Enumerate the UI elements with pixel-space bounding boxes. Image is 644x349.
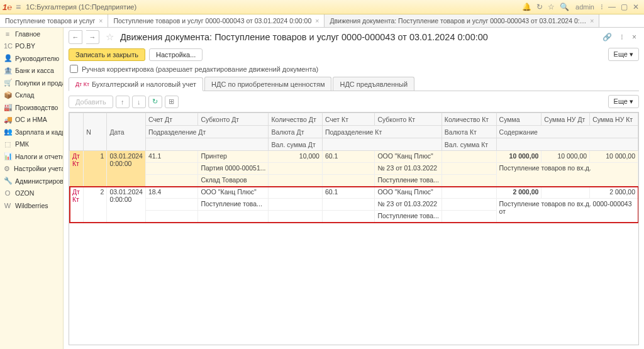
tab-close-icon[interactable]: × [590,17,594,25]
minimize-icon[interactable]: — [608,3,616,11]
history-icon[interactable]: ↻ [536,3,543,11]
sidebar-icon: 🛒 [4,79,11,87]
sidebar-label: Настройки учета [14,165,64,172]
refresh-button[interactable]: ↻ [148,96,162,108]
col-date[interactable]: Дата [107,113,146,151]
sidebar-item[interactable]: 👤Руководителю [0,52,63,65]
manual-edit-checkbox[interactable] [70,65,78,73]
dtkt-icon: Дт Кт [75,81,89,87]
nav-back-button[interactable]: ← [69,30,82,44]
table-row[interactable]: ДтКт 2 03.01.2024 0:00:00 18.4ООО "Канц … [70,187,638,223]
sidebar-label: Покупки и продажи [15,79,64,87]
col-acct-kt[interactable]: Счет Кт [322,113,374,126]
sidebar-icon: 👥 [4,128,11,136]
save-close-button[interactable]: Записать и закрыть [69,48,145,61]
move-up-button[interactable]: ↑ [116,96,130,108]
sidebar-label: Производство [15,104,58,111]
sidebar-item[interactable]: 🛒Покупки и продажи [0,77,63,89]
sidebar-label: Wildberries [15,202,48,209]
sidebar-icon: 1С [4,42,11,50]
sidebar-label: Руководителю [15,55,59,62]
window-tab[interactable]: Поступление товаров и услуг 0000-000043 … [108,14,325,27]
sidebar-item[interactable]: 🏭Производство [0,101,63,114]
grid[interactable]: N Дата Счет Дт Субконто Дт Количество Дт… [69,112,639,345]
sidebar: ≡Главное1СPO.BY👤Руководителю🏦Банк и касс… [0,28,64,349]
sidebar-icon: ≡ [4,30,11,38]
dropdown-icon[interactable]: ⁝ [601,3,603,11]
sidebar-item[interactable]: ⚙Настройки учета [0,163,63,175]
search-icon[interactable]: 🔍 [560,3,569,11]
options-icon[interactable]: ⁝ [621,33,623,42]
page-title: Движения документа: Поступление товаров … [120,32,488,42]
col-qty-kt[interactable]: Количество Кт [441,113,496,126]
star-icon[interactable]: ☆ [548,3,555,11]
tab-close-icon[interactable]: × [99,17,103,25]
more-button[interactable]: Еще ▾ [608,48,639,61]
sidebar-item[interactable]: 📦Склад [0,89,63,102]
grid-more-button[interactable]: Еще ▾ [608,95,639,108]
table-row[interactable]: ДтКт 1 03.01.2024 0:00:00 41.1Принтер10,… [70,151,638,187]
col-sub-dt[interactable]: Субконто Дт [198,113,269,126]
sidebar-item[interactable]: 🏦Банк и касса [0,65,63,77]
user-label[interactable]: admin [575,3,594,11]
sidebar-label: Администрирование [15,177,64,185]
favorite-icon[interactable]: ☆ [106,31,114,43]
sidebar-item[interactable]: ⬚РМК [0,138,63,151]
sidebar-icon: 👤 [4,54,11,62]
window-tab[interactable]: Поступление товаров и услуг× [0,14,108,27]
col-n[interactable]: N [84,113,107,151]
sidebar-item[interactable]: 📊Налоги и отчетность [0,150,63,163]
sidebar-icon: ⚙ [4,165,10,173]
col-sum[interactable]: Сумма [496,113,541,126]
window-tabs: Поступление товаров и услуг× Поступление… [0,14,644,28]
sidebar-item[interactable]: ≡Главное [0,28,63,40]
sidebar-item[interactable]: 👥Зарплата и кадры [0,126,63,138]
sidebar-icon: 🏭 [4,103,11,111]
link-icon[interactable]: 🔗 [602,33,612,42]
sub-tab[interactable]: Дт КтБухгалтерский и налоговый учет [69,77,203,91]
maximize-icon[interactable]: ▢ [621,3,628,11]
sidebar-icon: 📊 [4,152,11,160]
move-down-button[interactable]: ↓ [132,96,146,108]
sidebar-item[interactable]: OOZON [0,187,63,200]
sidebar-icon: 🏦 [4,67,11,75]
sidebar-icon: 🚚 [4,116,11,124]
sidebar-label: Зарплата и кадры [15,128,64,136]
sidebar-item[interactable]: 🚚ОС и НМА [0,114,63,126]
sidebar-icon: 📦 [4,91,11,99]
col-sum-nu-dt[interactable]: Сумма НУ Дт [541,113,590,126]
col-acct-dt[interactable]: Счет Дт [145,113,197,126]
manual-edit-label: Ручная корректировка (разрешает редактир… [82,65,318,73]
bell-icon[interactable]: 🔔 [522,3,531,11]
sidebar-label: ОС и НМА [15,116,47,123]
sub-tab[interactable]: НДС предъявленный [333,77,414,91]
settings-button[interactable]: Настройка... [149,48,203,61]
config-button[interactable]: ⊞ [165,96,179,108]
app-title: 1С:Бухгалтерия (1С:Предприятие) [26,3,136,11]
add-button[interactable]: Добавить [69,96,113,108]
sidebar-label: OZON [15,189,34,197]
sidebar-label: Банк и касса [15,67,54,74]
menu-icon[interactable]: ≡ [16,2,21,12]
nav-forward-button[interactable]: → [86,30,99,44]
sidebar-label: РМК [15,140,29,148]
sidebar-icon: 🔧 [4,177,11,185]
sub-tabs: Дт КтБухгалтерский и налоговый учетНДС п… [69,77,639,91]
sub-tab[interactable]: НДС по приобретенным ценностям [204,77,331,91]
sidebar-item[interactable]: 🔧Администрирование [0,175,63,187]
sidebar-item[interactable]: WWildberries [0,199,63,212]
sidebar-label: Налоги и отчетность [15,153,64,160]
close-page-icon[interactable]: × [632,33,636,42]
title-bar: 1℮ ≡ 1С:Бухгалтерия (1С:Предприятие) 🔔 ↻… [0,0,644,14]
app-logo: 1℮ [3,3,12,12]
sidebar-label: Склад [15,91,34,99]
col-sum-nu-kt[interactable]: Сумма НУ Кт [590,113,638,126]
sidebar-item[interactable]: 1СPO.BY [0,40,63,53]
close-icon[interactable]: ✕ [633,3,639,11]
tab-close-icon[interactable]: × [315,17,319,25]
col-qty-dt[interactable]: Количество Дт [269,113,322,126]
sidebar-label: Главное [15,30,40,38]
sidebar-icon: ⬚ [4,140,11,148]
window-tab[interactable]: Движения документа: Поступление товаров … [325,14,599,27]
col-sub-kt[interactable]: Субконто Кт [375,113,441,126]
